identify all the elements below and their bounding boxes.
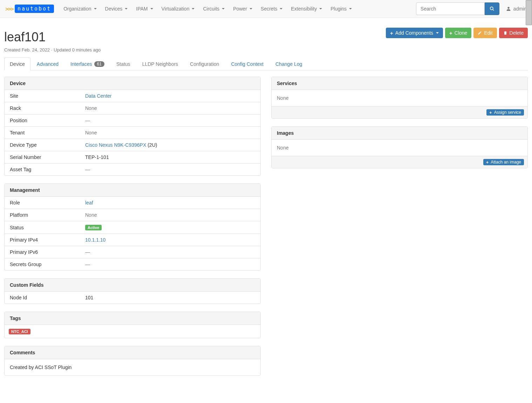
meta-text: Created Feb. 24, 2022 · Updated 0 minute… [4, 47, 528, 53]
content-columns: Device SiteData Center RackNone Position… [4, 77, 528, 383]
nav-extensibility[interactable]: Extensibility [287, 1, 326, 17]
panel-heading: Comments [5, 346, 260, 359]
plus-icon: + [390, 30, 393, 36]
tags-body: NTC_ACI [5, 325, 260, 338]
action-buttons: + Add Components + Clone Edit Delete [386, 28, 528, 38]
panel-heading: Device [5, 77, 260, 90]
tab-config-context[interactable]: Config Context [225, 57, 269, 70]
row-secrets-group: Secrets Group— [5, 258, 260, 271]
tag-ntc-aci[interactable]: NTC_ACI [9, 329, 30, 334]
edit-button[interactable]: Edit [473, 28, 497, 38]
row-primary-ipv4: Primary IPv410.1.1.10 [5, 234, 260, 246]
nav-power[interactable]: Power [229, 1, 257, 17]
trash-icon [503, 31, 507, 35]
caret-icon [280, 8, 282, 9]
user-name: admin [513, 6, 527, 12]
device-type-link[interactable]: Cisco Nexus N9K-C9396PX [85, 142, 146, 148]
user-icon [506, 6, 511, 12]
tab-change-log[interactable]: Change Log [270, 57, 308, 70]
ipv4-link[interactable]: 10.1.1.10 [85, 237, 105, 243]
panel-heading: Tags [5, 312, 260, 325]
row-asset-tag: Asset Tag— [5, 164, 260, 176]
nav-virtualization[interactable]: Virtualization [157, 1, 199, 17]
row-platform: PlatformNone [5, 209, 260, 221]
site-link[interactable]: Data Center [85, 93, 111, 99]
nav-ipam[interactable]: IPAM [132, 1, 157, 17]
svg-point-2 [507, 7, 509, 9]
search-icon [490, 6, 495, 11]
panel-tags: Tags NTC_ACI [4, 312, 261, 338]
clone-button[interactable]: + Clone [445, 28, 471, 38]
add-components-button[interactable]: + Add Components [386, 28, 443, 38]
row-node-id: Node Id101 [5, 292, 260, 304]
device-table: SiteData Center RackNone Position— Tenan… [5, 90, 260, 175]
tab-lldp-neighbors[interactable]: LLDP Neighbors [137, 57, 184, 70]
interfaces-count-badge: 61 [94, 61, 104, 67]
panel-heading: Management [5, 184, 260, 197]
images-footer: + Attach an image [272, 156, 527, 168]
caret-icon [94, 8, 97, 9]
user-menu[interactable]: admin [506, 6, 527, 12]
caret-icon [250, 8, 252, 9]
nav-circuits[interactable]: Circuits [199, 1, 229, 17]
nav-plugins[interactable]: Plugins [326, 1, 356, 17]
panel-heading: Services [272, 77, 527, 90]
caret-icon [150, 8, 153, 9]
status-badge: Active [85, 225, 102, 230]
images-body: None [272, 140, 527, 156]
row-tenant: TenantNone [5, 127, 260, 139]
search-input[interactable] [416, 2, 485, 15]
comments-body: Created by ACI SSoT Plugin [5, 359, 260, 375]
left-column: Device SiteData Center RackNone Position… [4, 77, 261, 383]
brand-chevrons: >>> [5, 6, 13, 12]
row-rack: RackNone [5, 102, 260, 114]
svg-line-1 [493, 9, 494, 11]
panel-services: Services None + Assign service [271, 77, 528, 119]
row-role: Roleleaf [5, 197, 260, 209]
tab-device[interactable]: Device [4, 57, 30, 70]
panel-heading: Images [272, 127, 527, 140]
caret-icon [125, 8, 128, 9]
caret-icon [222, 8, 225, 9]
tabs: Device Advanced Interfaces 61 Status LLD… [4, 57, 528, 70]
brand[interactable]: >>> nautobot [5, 5, 54, 13]
row-status: StatusActive [5, 221, 260, 234]
header-row: leaf101 + Add Components + Clone Edit [4, 25, 528, 47]
panel-comments: Comments Created by ACI SSoT Plugin [4, 346, 261, 376]
panel-management: Management Roleleaf PlatformNone StatusA… [4, 183, 261, 271]
nav-organization[interactable]: Organization [59, 1, 101, 17]
plus-icon: + [449, 30, 452, 36]
brand-name: nautobot [15, 5, 54, 13]
row-primary-ipv6: Primary IPv6— [5, 246, 260, 258]
pencil-icon [478, 31, 482, 35]
main-container: leaf101 + Add Components + Clone Edit [0, 18, 532, 394]
services-body: None [272, 90, 527, 106]
page-title: leaf101 [4, 30, 46, 44]
delete-button[interactable]: Delete [499, 28, 528, 38]
nav-secrets[interactable]: Secrets [257, 1, 287, 17]
tab-configuration[interactable]: Configuration [184, 57, 225, 70]
panel-device: Device SiteData Center RackNone Position… [4, 77, 261, 176]
assign-service-button[interactable]: + Assign service [486, 109, 524, 116]
row-serial: Serial NumberTEP-1-101 [5, 151, 260, 164]
caret-icon [436, 32, 439, 34]
navbar: >>> nautobot Organization Devices IPAM V… [0, 0, 532, 18]
tab-status[interactable]: Status [111, 57, 136, 70]
caret-icon [349, 8, 352, 9]
tab-advanced[interactable]: Advanced [31, 57, 64, 70]
role-link[interactable]: leaf [85, 200, 93, 206]
panel-custom-fields: Custom Fields Node Id101 [4, 278, 261, 304]
nav-devices[interactable]: Devices [101, 1, 132, 17]
attach-image-button[interactable]: + Attach an image [483, 159, 524, 165]
nav-links: Organization Devices IPAM Virtualization… [59, 1, 416, 17]
caret-icon [319, 8, 322, 9]
scrollbar-thumb[interactable] [526, 0, 532, 25]
tab-interfaces[interactable]: Interfaces 61 [65, 57, 110, 70]
panel-heading: Custom Fields [5, 279, 260, 292]
plus-icon: + [489, 110, 492, 115]
services-footer: + Assign service [272, 106, 527, 118]
row-device-type: Device TypeCisco Nexus N9K-C9396PX (2U) [5, 139, 260, 151]
search-button[interactable] [485, 2, 499, 15]
management-table: Roleleaf PlatformNone StatusActive Prima… [5, 197, 260, 270]
panel-images: Images None + Attach an image [271, 126, 528, 168]
